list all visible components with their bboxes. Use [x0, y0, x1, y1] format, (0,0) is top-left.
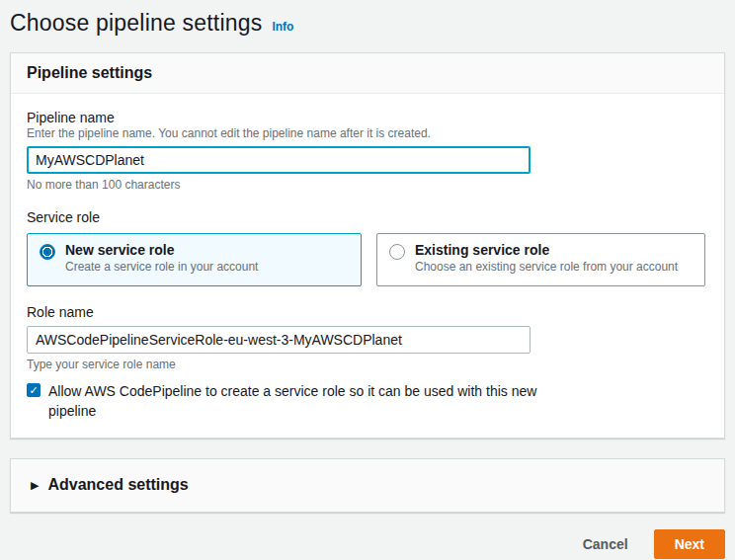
page-title: Choose pipeline settings — [10, 10, 262, 37]
pipeline-name-hint: No more than 100 characters — [27, 178, 708, 192]
panel-title: Pipeline settings — [27, 64, 152, 81]
next-button[interactable]: Next — [654, 529, 725, 559]
radio-unselected-icon[interactable] — [389, 244, 405, 260]
tile-title: Existing service role — [415, 242, 678, 258]
panel-body: Pipeline name Enter the pipeline name. Y… — [11, 94, 724, 438]
advanced-settings-expander[interactable]: ▶ Advanced settings — [10, 458, 725, 513]
tile-description: Create a service role in your account — [65, 260, 258, 274]
pipeline-name-input[interactable] — [27, 146, 531, 174]
cancel-button[interactable]: Cancel — [583, 536, 628, 552]
pipeline-name-description: Enter the pipeline name. You cannot edit… — [27, 126, 708, 140]
allow-service-role-checkbox-row: ✓ Allow AWS CodePipeline to create a ser… — [27, 381, 708, 422]
service-role-label: Service role — [27, 209, 708, 225]
pipeline-name-field: Pipeline name Enter the pipeline name. Y… — [27, 110, 708, 192]
checkbox-checked-icon[interactable]: ✓ — [27, 383, 41, 397]
footer-actions: Cancel Next — [10, 529, 725, 559]
service-role-field: Service role New service role Create a s… — [27, 209, 708, 286]
info-link[interactable]: Info — [272, 20, 293, 34]
pipeline-name-label: Pipeline name — [27, 110, 708, 125]
tile-title: New service role — [65, 242, 258, 258]
panel-header: Pipeline settings — [11, 53, 724, 94]
role-name-input[interactable] — [27, 326, 531, 354]
role-name-label: Role name — [27, 304, 708, 320]
pipeline-settings-page: Choose pipeline settings Info Pipeline s… — [0, 10, 735, 559]
radio-tile-new-service-role[interactable]: New service role Create a service role i… — [27, 233, 362, 286]
expand-caret-icon: ▶ — [31, 479, 39, 492]
service-role-options: New service role Create a service role i… — [27, 233, 708, 286]
allow-service-role-checkbox-label[interactable]: Allow AWS CodePipeline to create a servi… — [48, 381, 574, 422]
page-header: Choose pipeline settings Info — [10, 10, 725, 37]
role-name-hint: Type your service role name — [27, 358, 708, 371]
role-name-field: Role name Type your service role name ✓ … — [27, 304, 708, 422]
tile-description: Choose an existing service role from you… — [415, 260, 678, 274]
advanced-settings-title: Advanced settings — [47, 476, 188, 494]
radio-selected-icon[interactable] — [40, 244, 55, 260]
radio-tile-existing-service-role[interactable]: Existing service role Choose an existing… — [376, 233, 705, 286]
pipeline-settings-panel: Pipeline settings Pipeline name Enter th… — [10, 52, 725, 439]
